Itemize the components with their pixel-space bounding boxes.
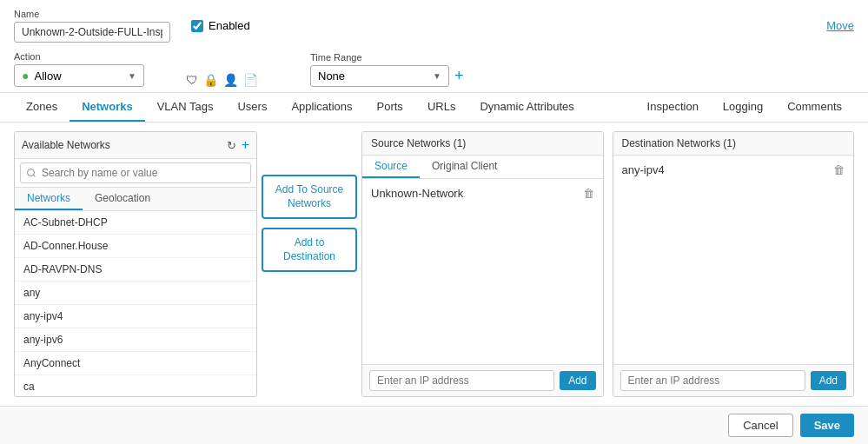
add-network-button[interactable]: + bbox=[242, 137, 249, 153]
network-list: AC-Subnet-DHCP AD-Conner.House AD-RAVPN-… bbox=[15, 211, 256, 396]
transfer-buttons-panel: Add To Source Networks Add to Destinatio… bbox=[257, 131, 361, 397]
tab-networks[interactable]: Networks bbox=[70, 93, 145, 122]
tab-urls[interactable]: URLs bbox=[415, 93, 468, 122]
tab-bar: Zones Networks VLAN Tags Users Applicati… bbox=[0, 93, 868, 123]
available-networks-title: Available Networks bbox=[22, 139, 110, 151]
tab-comments[interactable]: Comments bbox=[775, 93, 854, 122]
destination-ip-input-row: Add bbox=[613, 364, 854, 396]
file-icon-btn[interactable]: 📄 bbox=[243, 73, 258, 87]
source-ip-input-row: Add bbox=[362, 364, 603, 396]
source-list-item: Unknown-Network 🗑 bbox=[362, 182, 603, 204]
list-item[interactable]: AD-RAVPN-DNS bbox=[15, 258, 256, 282]
destination-ip-input[interactable] bbox=[620, 370, 805, 391]
tab-ports[interactable]: Ports bbox=[365, 93, 415, 122]
action-value: Allow bbox=[34, 70, 61, 83]
cancel-button[interactable]: Cancel bbox=[728, 414, 792, 437]
list-item[interactable]: AD-Conner.House bbox=[15, 235, 256, 258]
action-chevron-icon: ▼ bbox=[128, 71, 136, 81]
destination-list-item: any-ipv4 🗑 bbox=[613, 159, 854, 181]
tab-inspection[interactable]: Inspection bbox=[635, 93, 711, 122]
add-to-destination-button[interactable]: Add to Destination bbox=[262, 228, 357, 272]
shield-icon-btn[interactable]: 🛡 bbox=[186, 73, 198, 87]
network-sub-tabs: Networks Geolocation bbox=[15, 188, 256, 211]
tab-logging[interactable]: Logging bbox=[711, 93, 775, 122]
right-panels: Source Networks (1) Source Original Clie… bbox=[361, 131, 854, 397]
source-sub-tabs: Source Original Client bbox=[362, 156, 603, 179]
tab-vlan-tags[interactable]: VLAN Tags bbox=[145, 93, 226, 122]
move-link[interactable]: Move bbox=[826, 19, 854, 32]
name-label: Name bbox=[14, 9, 170, 19]
refresh-icon[interactable]: ↻ bbox=[227, 139, 236, 152]
time-range-value: None bbox=[318, 70, 345, 83]
tab-dynamic-attributes[interactable]: Dynamic Attributes bbox=[467, 93, 586, 122]
source-networks-panel: Source Networks (1) Source Original Clie… bbox=[361, 131, 604, 397]
action-label: Action bbox=[14, 51, 144, 62]
tab-applications[interactable]: Applications bbox=[279, 93, 364, 122]
action-select[interactable]: ● Allow ▼ bbox=[14, 64, 144, 87]
add-to-source-button[interactable]: Add To Source Networks bbox=[262, 175, 357, 219]
list-item[interactable]: ca bbox=[15, 375, 256, 396]
sub-tab-geolocation[interactable]: Geolocation bbox=[83, 188, 162, 210]
list-item[interactable]: AC-Subnet-DHCP bbox=[15, 211, 256, 235]
source-item-name: Unknown-Network bbox=[371, 187, 463, 200]
list-item[interactable]: any bbox=[15, 282, 256, 305]
person-icon-btn[interactable]: 👤 bbox=[223, 73, 238, 87]
source-sub-tab-original[interactable]: Original Client bbox=[420, 156, 509, 178]
source-network-list: Unknown-Network 🗑 bbox=[362, 179, 603, 364]
list-item[interactable]: any-ipv4 bbox=[15, 305, 256, 328]
destination-network-list: any-ipv4 🗑 bbox=[613, 156, 854, 364]
save-button[interactable]: Save bbox=[800, 414, 854, 437]
footer: Cancel Save bbox=[0, 406, 868, 444]
destination-item-name: any-ipv4 bbox=[622, 163, 665, 176]
lock-icon-btn[interactable]: 🔒 bbox=[203, 73, 218, 87]
available-networks-panel: Available Networks ↻ + Networks Geolocat… bbox=[14, 131, 257, 397]
destination-networks-panel: Destination Networks (1) any-ipv4 🗑 Add bbox=[613, 131, 855, 397]
enabled-label: Enabled bbox=[209, 19, 250, 32]
tab-zones[interactable]: Zones bbox=[14, 93, 70, 122]
source-sub-tab-source[interactable]: Source bbox=[362, 156, 420, 178]
tab-users[interactable]: Users bbox=[225, 93, 279, 122]
name-input[interactable] bbox=[14, 22, 170, 43]
source-delete-icon[interactable]: 🗑 bbox=[583, 187, 594, 200]
time-range-select[interactable]: None ▼ bbox=[310, 65, 449, 87]
network-search-input[interactable] bbox=[20, 162, 251, 183]
sub-tab-networks[interactable]: Networks bbox=[15, 188, 83, 210]
list-item[interactable]: AnyConnect bbox=[15, 352, 256, 375]
destination-add-button[interactable]: Add bbox=[811, 371, 846, 390]
time-range-label: Time Range bbox=[310, 52, 464, 63]
time-range-chevron-icon: ▼ bbox=[433, 71, 441, 81]
source-networks-header: Source Networks (1) bbox=[362, 132, 603, 156]
destination-delete-icon[interactable]: 🗑 bbox=[833, 163, 845, 176]
destination-networks-header: Destination Networks (1) bbox=[613, 132, 854, 156]
list-item[interactable]: any-ipv6 bbox=[15, 328, 256, 352]
source-ip-input[interactable] bbox=[369, 370, 554, 391]
allow-icon: ● bbox=[22, 69, 29, 83]
enabled-checkbox[interactable] bbox=[191, 20, 203, 32]
source-add-button[interactable]: Add bbox=[560, 371, 595, 390]
add-time-range-button[interactable]: + bbox=[454, 67, 464, 85]
